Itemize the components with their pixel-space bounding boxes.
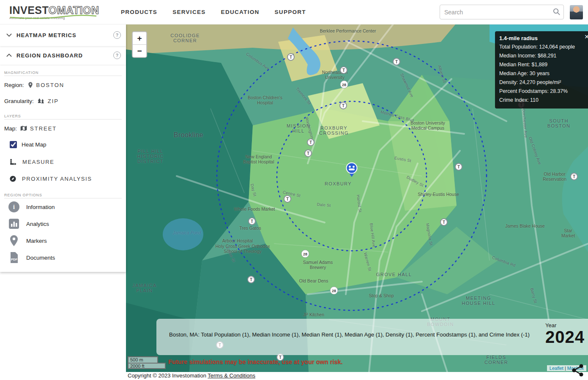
zoom-in-button[interactable]: + — [133, 32, 146, 45]
measure-label: MEASURE — [22, 159, 55, 165]
simulation-warning: Future simulations may be inaccurate, us… — [168, 358, 343, 365]
zoom-out-button[interactable]: − — [133, 45, 146, 57]
scale-imperial: 2000 ft — [128, 363, 166, 369]
terms-link[interactable]: Terms & Conditions — [208, 372, 255, 379]
year-block: Year 2024 — [545, 322, 585, 345]
tooltip-title: 1.4-mile radius — [499, 34, 588, 43]
leaflet-link[interactable]: Leaflet — [550, 366, 563, 371]
tooltip-stat: Density: 24,270 people/mi² — [499, 78, 588, 87]
nav-item-education[interactable]: EDUCATION — [221, 9, 260, 15]
region-option-label: Documents — [26, 255, 55, 261]
section-title: HEATMAP METRICS — [16, 32, 77, 38]
map-type-row: Map: STREET — [0, 121, 126, 136]
attribution-separator: | — [563, 366, 567, 371]
search-icon[interactable] — [552, 8, 561, 16]
info-icon: i — [8, 201, 20, 213]
scale-control: 500 m 2000 ft — [128, 356, 166, 369]
chevron-up-icon — [6, 54, 12, 57]
proximity-analysis-tool[interactable]: PROXIMITY ANALYSIS — [0, 170, 126, 187]
granularity-row: Granularity: ZIP — [0, 94, 126, 108]
scale-metric: 500 m — [128, 356, 158, 363]
pdf-icon: PDF — [8, 251, 20, 264]
granularity-value: ZIP — [48, 98, 59, 104]
region-option-label: Markers — [26, 238, 47, 244]
close-icon[interactable]: ✕ — [584, 34, 588, 40]
region-option-label: Analytics — [26, 221, 49, 227]
help-icon[interactable]: ? — [113, 52, 121, 59]
radius-stats-tooltip: 1.4-mile radius Total Population: 124,06… — [495, 31, 588, 109]
map-type-label: Map: — [4, 125, 17, 132]
tooltip-stat: Median Income: $68,291 — [499, 52, 588, 60]
marker-icon — [8, 234, 20, 247]
analytics-icon — [8, 217, 20, 230]
region-option-label: Information — [26, 204, 55, 210]
map-icon — [20, 125, 27, 131]
nav-item-support[interactable]: SUPPORT — [275, 9, 306, 15]
svg-text:i: i — [13, 204, 15, 210]
region-selector[interactable]: BOSTON — [27, 81, 65, 89]
section-heatmap-metrics[interactable]: HEATMAP METRICS ? — [0, 24, 126, 46]
region-row: Region: BOSTON — [0, 78, 126, 92]
logo-text: INVESTOMATION — [9, 5, 107, 16]
zip-granularity-icon — [37, 98, 45, 104]
tooltip-stats: Total Population: 124,064 peopleMedian I… — [499, 43, 588, 105]
region-value: BOSTON — [36, 82, 65, 88]
logo-tagline: Automate your real estate investing — [9, 16, 107, 20]
region-option-information[interactable]: iInformation — [0, 198, 126, 215]
tooltip-stat: Crime Index: 110 — [499, 96, 588, 105]
nav-item-products[interactable]: PRODUCTS — [121, 9, 157, 15]
ruler-icon — [9, 158, 17, 166]
heatmap-checkbox[interactable] — [10, 141, 17, 148]
help-icon[interactable]: ? — [113, 31, 121, 39]
location-pin-icon — [27, 81, 33, 89]
search-input[interactable] — [440, 5, 564, 19]
top-nav-bar: INVESTOMATION Automate your real estate … — [0, 0, 588, 24]
heatmap-toggle-row[interactable]: Heat Map — [0, 136, 126, 153]
map-type-value: STREET — [30, 125, 57, 132]
section-region-dashboard[interactable]: REGION DASHBOARD ? — [0, 46, 126, 65]
proximity-label: PROXIMITY ANALYSIS — [22, 176, 92, 182]
search-box — [440, 5, 564, 19]
copyright-text: Copyright © 2023 Investomation — [128, 372, 208, 379]
granularity-label: Granularity: — [4, 98, 34, 104]
map-type-selector[interactable]: STREET — [20, 125, 57, 132]
logo-part-invest: INVEST — [9, 4, 49, 16]
logo-part-omation: OMATION — [49, 4, 99, 16]
avatar[interactable] — [570, 5, 583, 19]
magnification-label: MAGNIFICATION — [4, 71, 126, 75]
region-option-analytics[interactable]: Analytics — [0, 215, 126, 232]
region-option-markers[interactable]: Markers — [0, 232, 126, 249]
chevron-down-icon — [6, 33, 12, 37]
region-label: Region: — [4, 82, 24, 88]
svg-text:PDF: PDF — [11, 258, 17, 261]
divider — [4, 76, 122, 76]
granularity-selector[interactable]: ZIP — [37, 98, 59, 104]
share-icon[interactable] — [571, 363, 585, 377]
zoom-control: + − — [132, 31, 147, 58]
tooltip-stat: Median Age: 30 years — [499, 69, 588, 78]
tooltip-stat: Median Rent: $1,889 — [499, 60, 588, 69]
heatmap-checkbox-label: Heat Map — [22, 141, 46, 148]
region-options-list: iInformationAnalyticsMarkersPDFDocuments — [0, 198, 126, 266]
sidebar: HEATMAP METRICS ? REGION DASHBOARD ? MAG… — [0, 24, 126, 272]
compass-icon — [9, 175, 16, 182]
tooltip-stat: Total Population: 124,064 people — [499, 43, 588, 52]
legend-text: Boston, MA: Total Population (1), Median… — [169, 331, 537, 338]
year-value: 2024 — [545, 328, 585, 345]
region-options-label: REGION OPTIONS — [4, 193, 126, 197]
layers-label: LAYERS — [4, 114, 126, 118]
tooltip-stat: Percent Foodstamps: 28.37% — [499, 87, 588, 96]
simulation-legend-bar: Boston, MA: Total Population (1), Median… — [156, 319, 588, 355]
footer: Copyright © 2023 Investomation Terms & C… — [0, 372, 588, 380]
divider — [4, 119, 122, 119]
map-canvas[interactable]: COOLIDGE CORNERMISSION HILLROXBURY CROSS… — [126, 24, 588, 372]
logo[interactable]: INVESTOMATION Automate your real estate … — [9, 5, 107, 20]
section-title: REGION DASHBOARD — [16, 52, 83, 59]
region-option-documents[interactable]: PDFDocuments — [0, 249, 126, 266]
measure-tool[interactable]: MEASURE — [0, 153, 126, 170]
main-nav: PRODUCTSSERVICESEDUCATIONSUPPORT — [121, 9, 306, 15]
nav-item-services[interactable]: SERVICES — [172, 9, 205, 15]
